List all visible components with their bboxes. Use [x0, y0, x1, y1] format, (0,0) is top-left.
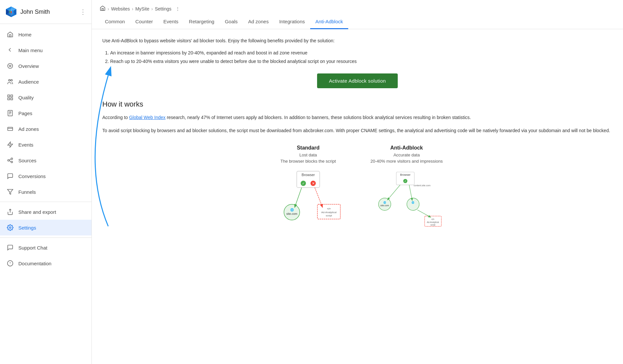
sidebar-item-funnels[interactable]: Funnels	[0, 184, 91, 200]
events-icon	[7, 141, 14, 148]
tabs-bar: Common Counter Events Retargeting Goals …	[92, 12, 623, 29]
svg-text:script: script	[326, 214, 332, 217]
svg-point-9	[8, 64, 13, 69]
nav-divider-2	[0, 237, 91, 238]
breadcrumb-mysite[interactable]: MySite	[135, 6, 150, 11]
sidebar-item-main-menu-label: Main menu	[18, 48, 43, 53]
tab-goals[interactable]: Goals	[220, 15, 243, 29]
svg-point-31	[10, 227, 11, 229]
sidebar-item-settings[interactable]: Settings	[0, 220, 91, 235]
sidebar-item-share-export-label: Share and export	[18, 209, 56, 215]
svg-line-50	[296, 188, 302, 204]
svg-rect-14	[11, 95, 13, 97]
svg-rect-15	[8, 98, 10, 100]
sidebar-item-quality[interactable]: Quality	[0, 90, 91, 105]
svg-text:🌐: 🌐	[290, 208, 294, 212]
svg-line-69	[409, 185, 412, 198]
sidebar-item-conversions[interactable]: Conversions	[0, 168, 91, 184]
sidebar-item-audience[interactable]: Audience	[0, 74, 91, 90]
svg-point-62	[407, 198, 419, 211]
svg-text:script: script	[431, 224, 435, 226]
breadcrumb-home-icon[interactable]	[100, 5, 106, 12]
how-it-works-paragraph-2: To avoid script blocking by browsers and…	[102, 127, 613, 135]
sidebar-menu-dots[interactable]: ⋮	[80, 8, 86, 16]
tab-retargeting[interactable]: Retargeting	[184, 15, 220, 29]
tab-ad-zones[interactable]: Ad zones	[243, 15, 274, 29]
sidebar-item-share-export[interactable]: Share and export	[0, 204, 91, 220]
benefits-list: An increase in banner impressions by 20-…	[110, 49, 613, 65]
sidebar-item-pages-label: Pages	[18, 111, 32, 116]
how-it-works-p1-after: research, nearly 47% of Internet users a…	[166, 115, 471, 120]
tab-common[interactable]: Common	[100, 15, 130, 29]
diagram-standard-subtitle: Lost data The browser blocks the script	[280, 152, 336, 164]
svg-text:site.com: site.com	[380, 204, 389, 207]
sidebar-item-support-chat[interactable]: Support Chat	[0, 240, 91, 255]
sidebar-item-ad-zones-label: Ad zones	[18, 126, 39, 132]
global-web-index-link[interactable]: Global Web Index	[129, 115, 166, 120]
sidebar-item-home-label: Home	[18, 32, 31, 37]
quality-icon	[7, 94, 14, 101]
svg-rect-5	[10, 10, 10, 13]
nav-divider-1	[0, 202, 91, 202]
diagram-standard-title: Standard	[297, 145, 319, 151]
logo-icon	[5, 6, 17, 18]
svg-rect-8	[10, 35, 11, 37]
back-icon	[7, 47, 14, 54]
svg-text:</>: </>	[432, 218, 434, 220]
svg-rect-16	[11, 98, 13, 100]
svg-text:✕: ✕	[312, 181, 314, 185]
tab-anti-adblock[interactable]: Anti-Adblock	[310, 15, 348, 29]
diagrams-section: Standard Lost data The browser blocks th…	[102, 145, 613, 228]
sidebar-item-main-menu[interactable]: Main menu	[0, 42, 91, 58]
svg-point-12	[11, 79, 12, 81]
sources-icon	[7, 157, 14, 164]
sidebar-item-sources-label: Sources	[18, 158, 36, 163]
breadcrumb-sep-3: ›	[151, 6, 153, 11]
breadcrumb-sep-2: ›	[132, 6, 133, 11]
tab-integrations[interactable]: Integrations	[274, 15, 310, 29]
svg-point-24	[8, 160, 10, 161]
sidebar-item-pages[interactable]: Pages	[0, 105, 91, 121]
svg-text:Browser: Browser	[302, 173, 315, 177]
breadcrumb-websites[interactable]: Websites	[111, 6, 130, 11]
content-area: Use Anti-AdBlock to bypass website visit…	[92, 29, 623, 364]
diagram-anti-adblock-subtitle: Accurate data 20-40% more visitors and i…	[371, 152, 443, 164]
tab-events[interactable]: Events	[158, 15, 184, 29]
activate-adblock-button[interactable]: Activate Adblock solution	[317, 73, 397, 88]
svg-text:✓: ✓	[404, 180, 407, 183]
tab-counter[interactable]: Counter	[130, 15, 158, 29]
activate-btn-wrapper: Activate Adblock solution	[102, 73, 613, 88]
pages-icon	[7, 110, 14, 117]
sidebar-item-funnels-label: Funnels	[18, 189, 36, 195]
svg-rect-6	[11, 11, 12, 13]
sidebar-item-events[interactable]: Events	[0, 137, 91, 152]
share-icon	[7, 208, 14, 215]
sidebar-item-overview-label: Overview	[18, 63, 39, 69]
svg-marker-29	[8, 190, 13, 194]
sidebar-item-events-label: Events	[18, 142, 33, 148]
diagram-anti-adblock: Anti-Adblock Accurate data 20-40% more v…	[371, 145, 443, 228]
sidebar-item-home[interactable]: Home	[0, 27, 91, 42]
intro-text: Use Anti-AdBlock to bypass website visit…	[102, 37, 613, 44]
svg-text:site.com: site.com	[286, 212, 297, 215]
settings-icon	[7, 224, 14, 231]
breadcrumb: › Websites › MySite › Settings ⋮	[92, 0, 623, 12]
sidebar-item-overview[interactable]: Overview	[0, 58, 91, 74]
svg-text:🌐: 🌐	[383, 201, 386, 204]
svg-text:Ad-Analytical: Ad-Analytical	[321, 211, 336, 214]
breadcrumb-more-dots[interactable]: ⋮	[175, 6, 180, 11]
svg-rect-36	[102, 9, 104, 10]
sidebar-item-sources[interactable]: Sources	[0, 152, 91, 168]
svg-text:content.site.com: content.site.com	[413, 184, 431, 186]
breadcrumb-settings[interactable]: Settings	[155, 6, 171, 11]
sidebar-item-conversions-label: Conversions	[18, 173, 46, 179]
sidebar-item-quality-label: Quality	[18, 95, 34, 100]
audience-icon	[7, 78, 14, 85]
sidebar-item-documentation[interactable]: Documentation	[0, 255, 91, 271]
sidebar-item-settings-label: Settings	[18, 225, 36, 231]
diagram-standard: Standard Lost data The browser blocks th…	[272, 145, 344, 228]
breadcrumb-sep-1: ›	[108, 6, 109, 11]
overview-icon	[7, 62, 14, 70]
sidebar-item-ad-zones[interactable]: Ad zones	[0, 121, 91, 137]
svg-point-10	[10, 65, 11, 67]
